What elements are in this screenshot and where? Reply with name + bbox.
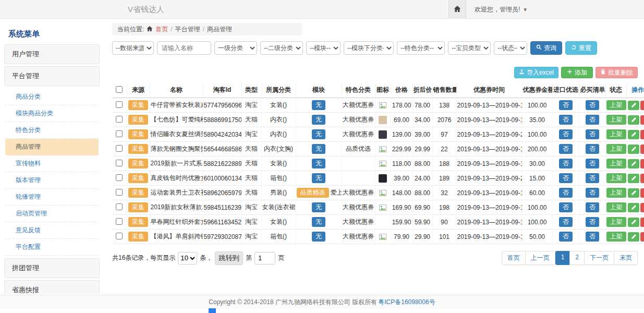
sidebar-subitem[interactable]: 商品管理 (5, 139, 99, 155)
must-buy-badge[interactable]: 否 (586, 115, 599, 125)
edit-button[interactable] (628, 188, 639, 198)
sidebar-subitem[interactable]: 轮播管理 (5, 189, 99, 206)
sidebar-subitem[interactable]: 启动页管理 (5, 206, 99, 222)
delete-button[interactable] (640, 188, 644, 198)
module-subcategory-select[interactable]: --模块下分类-- (344, 41, 394, 55)
pager-first[interactable]: 首页 (502, 251, 526, 265)
pager-prev[interactable]: 上一页 (525, 251, 555, 265)
import-select-badge[interactable]: 否 (559, 188, 573, 198)
must-buy-badge[interactable]: 否 (586, 173, 599, 183)
delete-button[interactable] (640, 159, 644, 168)
delete-button[interactable] (640, 130, 644, 139)
delete-button[interactable] (640, 145, 644, 154)
delete-button[interactable] (640, 232, 644, 242)
module-select[interactable]: --模块-- (306, 41, 341, 55)
must-buy-badge[interactable]: 否 (586, 232, 599, 242)
row-checkbox[interactable] (116, 130, 123, 137)
row-checkbox[interactable] (116, 218, 123, 225)
name-search-input[interactable] (157, 41, 211, 55)
edit-button[interactable] (628, 232, 639, 242)
icp-link[interactable]: 粤ICP备16098006号 (378, 298, 435, 307)
import-select-badge[interactable]: 否 (559, 232, 573, 242)
status-badge[interactable]: 上架 (606, 129, 626, 139)
import-select-badge[interactable]: 否 (559, 129, 573, 139)
sidebar-subitem[interactable]: 平台配置 (5, 239, 99, 256)
import-select-badge[interactable]: 否 (559, 202, 573, 212)
row-checkbox[interactable] (116, 160, 123, 166)
pager-last[interactable]: 末页 (614, 251, 638, 265)
must-buy-badge[interactable]: 否 (586, 202, 599, 212)
edit-button[interactable] (628, 174, 639, 183)
delete-button[interactable] (640, 174, 644, 183)
edit-button[interactable] (628, 145, 639, 154)
pager-page[interactable]: 2 (569, 251, 585, 265)
jump-page-input[interactable] (254, 252, 275, 264)
sidebar-subitem[interactable]: 宣传物料 (5, 155, 99, 172)
reset-button[interactable]: 重置 (565, 41, 597, 55)
per-page-select[interactable]: 10 (178, 252, 197, 264)
status-badge[interactable]: 上架 (606, 202, 626, 212)
pager-next[interactable]: 下一页 (584, 251, 614, 265)
must-buy-badge[interactable]: 否 (586, 100, 599, 110)
edit-button[interactable] (628, 115, 639, 125)
status-badge[interactable]: 上架 (606, 232, 626, 242)
must-buy-badge[interactable]: 否 (586, 188, 599, 198)
edit-button[interactable] (628, 130, 639, 139)
sidebar-subitem[interactable]: 版本管理 (5, 172, 99, 189)
must-buy-badge[interactable]: 否 (586, 129, 599, 139)
import-select-badge[interactable]: 否 (559, 144, 573, 154)
user-menu[interactable]: 欢迎您，管理员! ▼ (475, 5, 528, 14)
must-buy-badge[interactable]: 否 (586, 217, 599, 227)
jump-button[interactable]: 跳转到 (215, 251, 243, 265)
delete-button[interactable] (640, 203, 644, 212)
status-badge[interactable]: 上架 (606, 144, 626, 154)
row-checkbox[interactable] (116, 101, 123, 108)
status-badge[interactable]: 上架 (606, 173, 626, 183)
edit-button[interactable] (628, 218, 639, 227)
sidebar-item[interactable]: 用户管理 (4, 44, 100, 64)
feature-category-select[interactable]: --特色分类-- (397, 41, 445, 55)
pager-page[interactable]: 1 (555, 251, 570, 265)
row-checkbox[interactable] (116, 145, 123, 152)
row-checkbox[interactable] (116, 203, 123, 210)
status-badge[interactable]: 上架 (606, 159, 626, 168)
import-select-badge[interactable]: 否 (559, 173, 573, 183)
row-checkbox[interactable] (116, 233, 123, 239)
sidebar-item[interactable]: 拼团管理 (4, 258, 100, 278)
sidebar-subitem[interactable]: 特色分类 (5, 122, 99, 139)
select-all-checkbox[interactable] (116, 86, 123, 93)
import-select-badge[interactable]: 否 (559, 100, 573, 110)
row-checkbox[interactable] (116, 189, 123, 196)
row-checkbox[interactable] (116, 116, 123, 123)
delete-button[interactable] (640, 115, 644, 125)
import-excel-button[interactable]: 导入excel (514, 67, 558, 78)
import-select-badge[interactable]: 否 (559, 217, 573, 227)
import-select-badge[interactable]: 否 (559, 159, 573, 168)
sidebar-item[interactable]: 省惠快报 (4, 280, 100, 294)
sidebar-subitem[interactable]: 模块商品分类 (5, 105, 99, 122)
status-badge[interactable]: 上架 (606, 188, 626, 198)
level2-category-select[interactable]: --二级分类-- (260, 41, 303, 55)
must-buy-badge[interactable]: 否 (586, 159, 599, 168)
item-type-select[interactable]: --宝贝类型-- (448, 41, 491, 55)
status-badge[interactable]: 上架 (606, 217, 626, 227)
sidebar-subitem[interactable]: 意见反馈 (5, 222, 99, 239)
edit-button[interactable] (628, 159, 639, 168)
search-button[interactable]: 查询 (530, 41, 562, 55)
edit-button[interactable] (628, 203, 639, 212)
home-button[interactable] (448, 0, 466, 19)
must-buy-badge[interactable]: 否 (586, 144, 599, 154)
sidebar-subitem[interactable]: 商品分类 (5, 89, 99, 105)
status-badge[interactable]: 上架 (606, 115, 626, 125)
row-checkbox[interactable] (116, 174, 123, 181)
import-select-badge[interactable]: 否 (559, 115, 573, 125)
delete-button[interactable] (640, 218, 644, 227)
sidebar-item[interactable]: 平台管理 (4, 66, 100, 86)
data-source-select[interactable]: --数据来源-- (112, 41, 154, 55)
level1-category-select[interactable]: 一级分类 (214, 41, 257, 55)
status-badge[interactable]: 上架 (606, 100, 626, 110)
breadcrumb-home-link[interactable]: 首页 (155, 25, 168, 34)
delete-button[interactable] (640, 101, 644, 110)
edit-button[interactable] (628, 101, 639, 110)
batch-delete-button[interactable]: 批量删除 (596, 67, 638, 78)
